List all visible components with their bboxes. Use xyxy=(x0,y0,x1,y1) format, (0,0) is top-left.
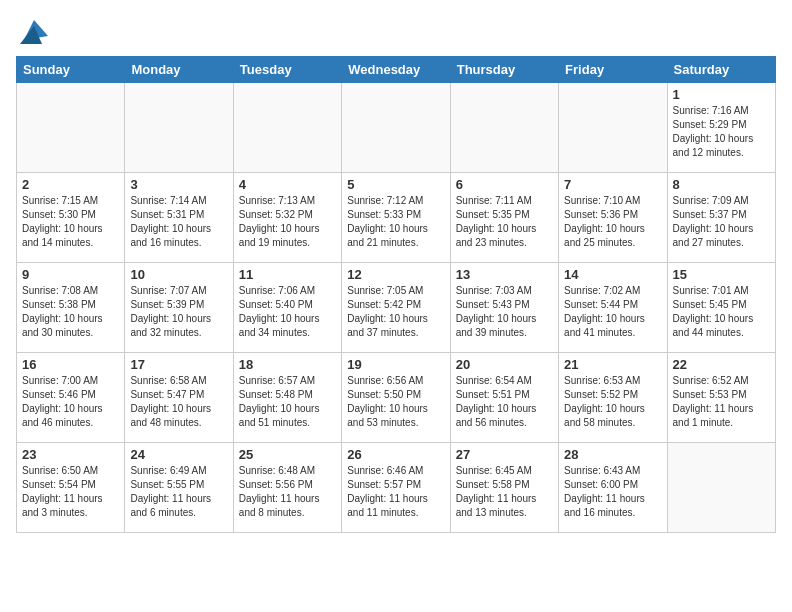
day-number: 11 xyxy=(239,267,336,282)
calendar-cell: 28Sunrise: 6:43 AM Sunset: 6:00 PM Dayli… xyxy=(559,443,667,533)
day-info: Sunrise: 7:06 AM Sunset: 5:40 PM Dayligh… xyxy=(239,284,336,340)
weekday-header-tuesday: Tuesday xyxy=(233,57,341,83)
weekday-header-friday: Friday xyxy=(559,57,667,83)
weekday-header-saturday: Saturday xyxy=(667,57,775,83)
day-number: 28 xyxy=(564,447,661,462)
day-info: Sunrise: 7:13 AM Sunset: 5:32 PM Dayligh… xyxy=(239,194,336,250)
day-info: Sunrise: 6:53 AM Sunset: 5:52 PM Dayligh… xyxy=(564,374,661,430)
day-number: 8 xyxy=(673,177,770,192)
calendar-cell xyxy=(450,83,558,173)
calendar-cell xyxy=(125,83,233,173)
day-number: 10 xyxy=(130,267,227,282)
calendar-cell: 20Sunrise: 6:54 AM Sunset: 5:51 PM Dayli… xyxy=(450,353,558,443)
week-row-4: 16Sunrise: 7:00 AM Sunset: 5:46 PM Dayli… xyxy=(17,353,776,443)
day-number: 9 xyxy=(22,267,119,282)
calendar-cell: 27Sunrise: 6:45 AM Sunset: 5:58 PM Dayli… xyxy=(450,443,558,533)
day-info: Sunrise: 6:56 AM Sunset: 5:50 PM Dayligh… xyxy=(347,374,444,430)
calendar-cell: 11Sunrise: 7:06 AM Sunset: 5:40 PM Dayli… xyxy=(233,263,341,353)
calendar-cell: 7Sunrise: 7:10 AM Sunset: 5:36 PM Daylig… xyxy=(559,173,667,263)
weekday-header-thursday: Thursday xyxy=(450,57,558,83)
calendar-header-row: SundayMondayTuesdayWednesdayThursdayFrid… xyxy=(17,57,776,83)
day-number: 19 xyxy=(347,357,444,372)
calendar-cell: 1Sunrise: 7:16 AM Sunset: 5:29 PM Daylig… xyxy=(667,83,775,173)
weekday-header-sunday: Sunday xyxy=(17,57,125,83)
day-info: Sunrise: 7:09 AM Sunset: 5:37 PM Dayligh… xyxy=(673,194,770,250)
day-number: 24 xyxy=(130,447,227,462)
day-number: 4 xyxy=(239,177,336,192)
calendar-cell: 15Sunrise: 7:01 AM Sunset: 5:45 PM Dayli… xyxy=(667,263,775,353)
day-number: 13 xyxy=(456,267,553,282)
day-number: 17 xyxy=(130,357,227,372)
day-info: Sunrise: 7:11 AM Sunset: 5:35 PM Dayligh… xyxy=(456,194,553,250)
calendar-cell: 23Sunrise: 6:50 AM Sunset: 5:54 PM Dayli… xyxy=(17,443,125,533)
logo-icon xyxy=(20,16,48,44)
calendar-cell: 16Sunrise: 7:00 AM Sunset: 5:46 PM Dayli… xyxy=(17,353,125,443)
day-info: Sunrise: 7:12 AM Sunset: 5:33 PM Dayligh… xyxy=(347,194,444,250)
day-info: Sunrise: 6:49 AM Sunset: 5:55 PM Dayligh… xyxy=(130,464,227,520)
day-info: Sunrise: 7:01 AM Sunset: 5:45 PM Dayligh… xyxy=(673,284,770,340)
calendar-cell xyxy=(17,83,125,173)
day-number: 18 xyxy=(239,357,336,372)
calendar-cell: 12Sunrise: 7:05 AM Sunset: 5:42 PM Dayli… xyxy=(342,263,450,353)
calendar-cell xyxy=(667,443,775,533)
day-info: Sunrise: 6:50 AM Sunset: 5:54 PM Dayligh… xyxy=(22,464,119,520)
calendar-cell: 24Sunrise: 6:49 AM Sunset: 5:55 PM Dayli… xyxy=(125,443,233,533)
page-header xyxy=(16,16,776,44)
day-number: 14 xyxy=(564,267,661,282)
day-number: 15 xyxy=(673,267,770,282)
day-info: Sunrise: 6:57 AM Sunset: 5:48 PM Dayligh… xyxy=(239,374,336,430)
calendar-table: SundayMondayTuesdayWednesdayThursdayFrid… xyxy=(16,56,776,533)
day-number: 5 xyxy=(347,177,444,192)
day-number: 25 xyxy=(239,447,336,462)
day-number: 1 xyxy=(673,87,770,102)
day-number: 23 xyxy=(22,447,119,462)
day-number: 20 xyxy=(456,357,553,372)
calendar-cell: 2Sunrise: 7:15 AM Sunset: 5:30 PM Daylig… xyxy=(17,173,125,263)
day-number: 16 xyxy=(22,357,119,372)
calendar-cell xyxy=(233,83,341,173)
day-number: 12 xyxy=(347,267,444,282)
day-info: Sunrise: 7:07 AM Sunset: 5:39 PM Dayligh… xyxy=(130,284,227,340)
day-info: Sunrise: 6:58 AM Sunset: 5:47 PM Dayligh… xyxy=(130,374,227,430)
weekday-header-monday: Monday xyxy=(125,57,233,83)
day-info: Sunrise: 6:52 AM Sunset: 5:53 PM Dayligh… xyxy=(673,374,770,430)
day-info: Sunrise: 7:02 AM Sunset: 5:44 PM Dayligh… xyxy=(564,284,661,340)
day-info: Sunrise: 7:10 AM Sunset: 5:36 PM Dayligh… xyxy=(564,194,661,250)
weekday-header-wednesday: Wednesday xyxy=(342,57,450,83)
calendar-cell: 10Sunrise: 7:07 AM Sunset: 5:39 PM Dayli… xyxy=(125,263,233,353)
calendar-cell: 17Sunrise: 6:58 AM Sunset: 5:47 PM Dayli… xyxy=(125,353,233,443)
week-row-5: 23Sunrise: 6:50 AM Sunset: 5:54 PM Dayli… xyxy=(17,443,776,533)
calendar-cell xyxy=(559,83,667,173)
day-info: Sunrise: 7:00 AM Sunset: 5:46 PM Dayligh… xyxy=(22,374,119,430)
calendar-cell xyxy=(342,83,450,173)
day-info: Sunrise: 7:05 AM Sunset: 5:42 PM Dayligh… xyxy=(347,284,444,340)
day-number: 22 xyxy=(673,357,770,372)
calendar-cell: 4Sunrise: 7:13 AM Sunset: 5:32 PM Daylig… xyxy=(233,173,341,263)
calendar-cell: 19Sunrise: 6:56 AM Sunset: 5:50 PM Dayli… xyxy=(342,353,450,443)
day-info: Sunrise: 7:08 AM Sunset: 5:38 PM Dayligh… xyxy=(22,284,119,340)
day-number: 27 xyxy=(456,447,553,462)
day-number: 7 xyxy=(564,177,661,192)
day-info: Sunrise: 6:46 AM Sunset: 5:57 PM Dayligh… xyxy=(347,464,444,520)
day-number: 26 xyxy=(347,447,444,462)
calendar-cell: 18Sunrise: 6:57 AM Sunset: 5:48 PM Dayli… xyxy=(233,353,341,443)
day-number: 2 xyxy=(22,177,119,192)
calendar-cell: 6Sunrise: 7:11 AM Sunset: 5:35 PM Daylig… xyxy=(450,173,558,263)
day-info: Sunrise: 6:45 AM Sunset: 5:58 PM Dayligh… xyxy=(456,464,553,520)
day-number: 6 xyxy=(456,177,553,192)
calendar-cell: 26Sunrise: 6:46 AM Sunset: 5:57 PM Dayli… xyxy=(342,443,450,533)
calendar-cell: 22Sunrise: 6:52 AM Sunset: 5:53 PM Dayli… xyxy=(667,353,775,443)
calendar-cell: 25Sunrise: 6:48 AM Sunset: 5:56 PM Dayli… xyxy=(233,443,341,533)
day-info: Sunrise: 7:16 AM Sunset: 5:29 PM Dayligh… xyxy=(673,104,770,160)
day-number: 3 xyxy=(130,177,227,192)
week-row-2: 2Sunrise: 7:15 AM Sunset: 5:30 PM Daylig… xyxy=(17,173,776,263)
logo xyxy=(16,16,48,44)
day-info: Sunrise: 7:15 AM Sunset: 5:30 PM Dayligh… xyxy=(22,194,119,250)
calendar-cell: 8Sunrise: 7:09 AM Sunset: 5:37 PM Daylig… xyxy=(667,173,775,263)
day-number: 21 xyxy=(564,357,661,372)
week-row-1: 1Sunrise: 7:16 AM Sunset: 5:29 PM Daylig… xyxy=(17,83,776,173)
day-info: Sunrise: 6:48 AM Sunset: 5:56 PM Dayligh… xyxy=(239,464,336,520)
calendar-cell: 5Sunrise: 7:12 AM Sunset: 5:33 PM Daylig… xyxy=(342,173,450,263)
calendar-cell: 14Sunrise: 7:02 AM Sunset: 5:44 PM Dayli… xyxy=(559,263,667,353)
day-info: Sunrise: 7:03 AM Sunset: 5:43 PM Dayligh… xyxy=(456,284,553,340)
